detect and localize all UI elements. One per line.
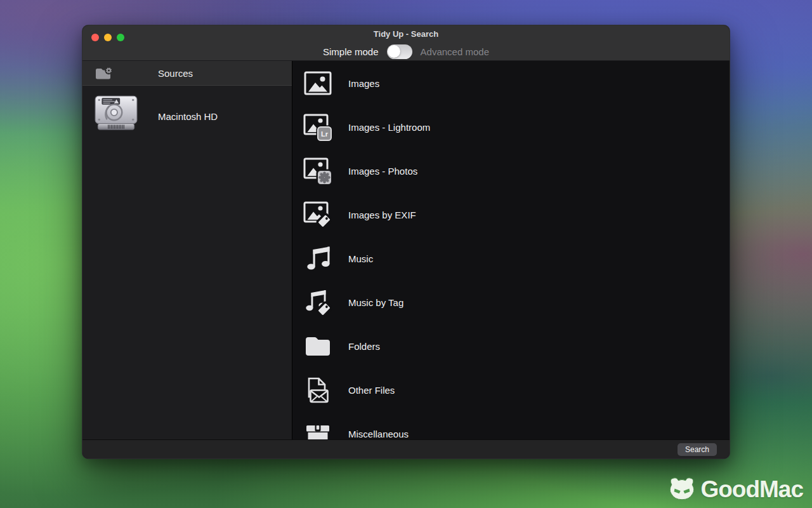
list-item-folders[interactable]: Folders xyxy=(292,324,730,368)
music-note-icon xyxy=(303,244,332,273)
list-item-label: Images - Lightroom xyxy=(348,121,430,132)
image-tag-icon xyxy=(303,200,332,229)
list-item-label: Music by Tag xyxy=(348,297,403,307)
hard-drive-icon xyxy=(93,93,139,133)
titlebar: Tidy Up - Search Simple mode Advanced mo… xyxy=(82,25,730,61)
sources-sidebar: Sources xyxy=(82,61,292,439)
box-icon xyxy=(303,419,332,440)
search-category-list: Images Lr Images - Lightroom xyxy=(292,61,730,439)
mode-toggle-switch[interactable] xyxy=(387,44,412,59)
content-area: Sources xyxy=(82,61,730,439)
image-photos-icon xyxy=(303,156,332,185)
lightroom-badge-text: Lr xyxy=(321,130,329,138)
toggle-knob xyxy=(388,45,400,58)
list-item-images[interactable]: Images xyxy=(292,61,730,105)
list-item-miscellaneous[interactable]: Miscellaneous xyxy=(292,411,730,439)
advanced-mode-label: Advanced mode xyxy=(421,46,489,57)
list-item-music-by-tag[interactable]: Music by Tag xyxy=(292,280,730,324)
list-item-label: Images - Photos xyxy=(348,165,417,176)
folder-icon xyxy=(303,331,332,361)
list-item-label: Other Files xyxy=(348,384,395,395)
goodmac-devil-icon xyxy=(667,476,697,503)
mode-toggle-row: Simple mode Advanced mode xyxy=(82,44,730,59)
image-lightroom-icon: Lr xyxy=(303,112,332,142)
tidyup-window: Tidy Up - Search Simple mode Advanced mo… xyxy=(82,25,730,459)
list-item-images-lightroom[interactable]: Lr Images - Lightroom xyxy=(292,105,730,149)
list-item-label: Folders xyxy=(348,340,380,351)
sidebar-item-macintosh-hd[interactable]: Macintosh HD xyxy=(82,92,292,140)
watermark-text: GoodMac xyxy=(700,476,803,503)
list-item-label: Miscellaneous xyxy=(348,428,409,439)
file-envelope-icon xyxy=(303,375,332,404)
sources-header: Sources xyxy=(82,61,292,86)
folder-gear-icon xyxy=(95,67,113,81)
list-item-label: Images by EXIF xyxy=(348,209,416,220)
goodmac-watermark: GoodMac xyxy=(667,476,803,503)
list-item-images-by-exif[interactable]: Images by EXIF xyxy=(292,192,730,236)
search-button[interactable]: Search xyxy=(678,443,717,456)
sidebar-item-label: Macintosh HD xyxy=(158,111,218,122)
music-tag-icon xyxy=(303,288,332,317)
list-item-music[interactable]: Music xyxy=(292,236,730,280)
simple-mode-label: Simple mode xyxy=(323,46,379,57)
list-item-other-files[interactable]: Other Files xyxy=(292,368,730,411)
window-title: Tidy Up - Search xyxy=(82,29,730,39)
sources-header-label: Sources xyxy=(158,68,193,79)
list-item-label: Images xyxy=(348,77,379,88)
list-item-label: Music xyxy=(348,253,373,264)
footer-bar: Search xyxy=(82,439,730,458)
image-icon xyxy=(303,69,332,98)
list-item-images-photos[interactable]: Images - Photos xyxy=(292,149,730,192)
